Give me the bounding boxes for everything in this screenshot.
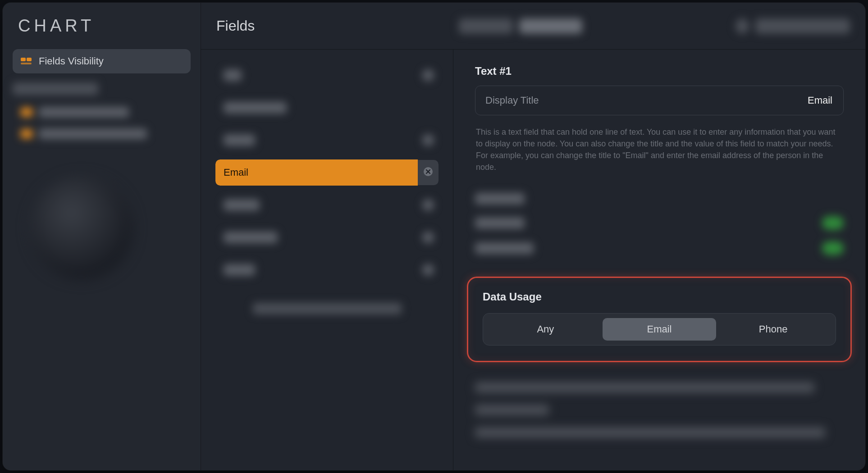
header: Fields [201, 3, 865, 50]
detail-blurred-settings [475, 186, 844, 265]
field-row-blurred [215, 62, 439, 88]
display-title-input[interactable] [708, 94, 833, 107]
sidebar-list: Fields Visibility [3, 49, 201, 73]
data-usage-heading: Data Usage [483, 291, 836, 303]
field-row-email[interactable]: Email [215, 159, 439, 186]
display-title-label: Display Title [485, 95, 539, 106]
field-row-blurred [215, 224, 439, 250]
svg-rect-0 [21, 58, 26, 61]
sidebar-blurred-preview [30, 176, 133, 280]
sidebar-item-fields-visibility[interactable]: Fields Visibility [13, 49, 191, 73]
seg-phone[interactable]: Phone [716, 318, 830, 341]
field-label: Email [215, 159, 418, 186]
detail-blurred-below [475, 382, 844, 438]
sidebar-blurred-section [3, 73, 201, 149]
clear-icon [423, 167, 433, 178]
sidebar: CHART Fields Visibility [3, 3, 201, 470]
data-usage-section: Data Usage Any Email Phone [467, 277, 852, 362]
fields-visibility-icon [21, 57, 32, 66]
window: CHART Fields Visibility Fields [3, 3, 865, 470]
header-blurred-controls [459, 18, 582, 34]
detail-pane: Text #1 Display Title This is a text fie… [453, 50, 865, 470]
data-usage-segmented[interactable]: Any Email Phone [483, 313, 836, 346]
field-list: Email [201, 50, 453, 470]
app-title: CHART [3, 7, 201, 49]
field-list-footnote-blurred [253, 303, 402, 314]
svg-rect-2 [21, 63, 32, 64]
field-description: This is a text field that can hold one l… [475, 123, 844, 177]
field-row-blurred [215, 95, 439, 121]
field-row-blurred [215, 257, 439, 283]
seg-email[interactable]: Email [603, 318, 717, 341]
field-row-blurred [215, 192, 439, 218]
section-heading: Text #1 [475, 65, 844, 77]
seg-any[interactable]: Any [489, 318, 603, 341]
sidebar-item-label: Fields Visibility [39, 55, 104, 67]
display-title-row[interactable]: Display Title [475, 86, 844, 115]
field-row-clear-button[interactable] [418, 160, 439, 185]
content: Email [201, 50, 865, 470]
svg-rect-1 [27, 58, 32, 61]
field-row-blurred [215, 127, 439, 153]
header-title: Fields [216, 18, 255, 34]
header-blurred-right [736, 18, 850, 34]
main: Fields [201, 3, 865, 470]
